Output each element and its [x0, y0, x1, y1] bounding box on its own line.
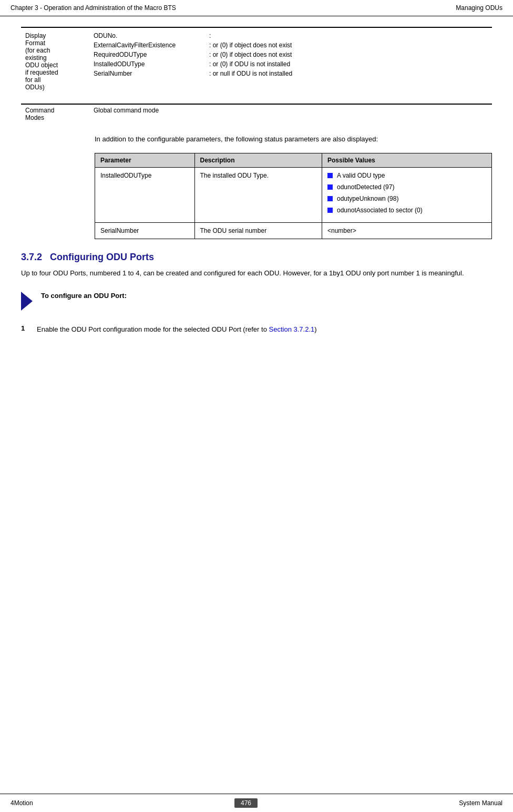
page-footer: 4Motion 476 System Manual: [0, 794, 513, 812]
note-arrow-icon: [21, 292, 33, 311]
footer-right: System Manual: [459, 799, 502, 807]
bullet-item: odunotAssociated to sector (0): [327, 207, 486, 214]
note-box: To configure an ODU Port:: [21, 286, 492, 316]
bullet-icon: [327, 184, 333, 190]
command-modes-table: Command Modes Global command mode: [21, 104, 492, 124]
info-val: : or (0) if object does not exist: [209, 42, 292, 49]
info-key: ODUNo.: [94, 32, 209, 39]
info-val: : or null if ODU is not installed: [209, 70, 292, 77]
step-number: 1: [21, 324, 37, 335]
step-item: 1Enable the ODU Port configuration mode …: [21, 324, 492, 335]
bullet-item: odutypeUnknown (98): [327, 195, 486, 202]
footer-page-number: 476: [234, 798, 258, 808]
section-title: Managing ODUs: [456, 4, 502, 12]
display-format-row: InstalledODUType: or (0) if ODU is not i…: [94, 60, 488, 68]
note-label: To configure an ODU Port:: [41, 292, 127, 300]
cell-description: The ODU serial number: [194, 222, 322, 239]
command-modes-label: Command Modes: [21, 104, 89, 124]
body-paragraph: In addition to the configurable paramete…: [95, 134, 492, 145]
page-header: Chapter 3 - Operation and Administration…: [0, 0, 513, 16]
info-val: :: [209, 32, 211, 39]
cell-parameter: InstalledODUType: [95, 167, 195, 222]
display-format-row: ODUNo.:: [94, 32, 488, 39]
col-header-description: Description: [194, 153, 322, 167]
bullet-item: odunotDetected (97): [327, 183, 486, 191]
info-key: InstalledODUType: [94, 60, 209, 68]
info-val: : or (0) if object does not exist: [209, 51, 292, 58]
cell-values: A valid ODU typeodunotDetected (97)oduty…: [322, 167, 492, 222]
display-format-content: ODUNo.:ExternalCavityFilterExistence: or…: [89, 27, 492, 93]
col-header-values: Possible Values: [322, 153, 492, 167]
bullet-icon: [327, 196, 333, 201]
bullet-icon: [327, 208, 333, 213]
display-format-label: Display Format (for each existing ODU ob…: [21, 27, 89, 93]
section-link[interactable]: Section 3.7.2.1: [269, 325, 315, 333]
chapter-title: Chapter 3 - Operation and Administration…: [11, 4, 176, 12]
display-format-row: RequiredODUType: or (0) if object does n…: [94, 51, 488, 58]
cell-parameter: SerialNumber: [95, 222, 195, 239]
bullet-icon: [327, 173, 333, 178]
info-key: SerialNumber: [94, 70, 209, 77]
bullet-text: odutypeUnknown (98): [337, 195, 398, 202]
footer-left: 4Motion: [11, 799, 33, 807]
section-heading-372: 3.7.2 Configuring ODU Ports: [21, 252, 492, 263]
info-key: RequiredODUType: [94, 51, 209, 58]
display-format-row: SerialNumber: or null if ODU is not inst…: [94, 70, 488, 77]
bullet-item: A valid ODU type: [327, 172, 486, 179]
table-row: InstalledODUTypeThe installed ODU Type.A…: [95, 167, 492, 222]
section-number: 3.7.2: [21, 252, 42, 262]
command-modes-value: Global command mode: [89, 104, 492, 124]
info-key: ExternalCavityFilterExistence: [94, 42, 209, 49]
bullet-text: odunotDetected (97): [337, 183, 394, 191]
col-header-parameter: Parameter: [95, 153, 195, 167]
steps-list: 1Enable the ODU Port configuration mode …: [21, 324, 492, 335]
display-format-row: ExternalCavityFilterExistence: or (0) if…: [94, 42, 488, 49]
info-val: : or (0) if ODU is not installed: [209, 60, 290, 68]
main-content: Display Format (for each existing ODU ob…: [0, 16, 513, 373]
section-372-body: Up to four ODU Ports, numbered 1 to 4, c…: [21, 268, 492, 279]
cell-values: <number>: [322, 222, 492, 239]
step-content: Enable the ODU Port configuration mode f…: [37, 324, 317, 335]
bullet-text: odunotAssociated to sector (0): [337, 207, 423, 214]
bullet-text: A valid ODU type: [337, 172, 385, 179]
table-row: SerialNumberThe ODU serial number<number…: [95, 222, 492, 239]
section-title-372: Configuring ODU Ports: [50, 252, 154, 262]
status-table: Parameter Description Possible Values In…: [95, 153, 492, 239]
cell-description: The installed ODU Type.: [194, 167, 322, 222]
display-format-table: Display Format (for each existing ODU ob…: [21, 27, 492, 93]
